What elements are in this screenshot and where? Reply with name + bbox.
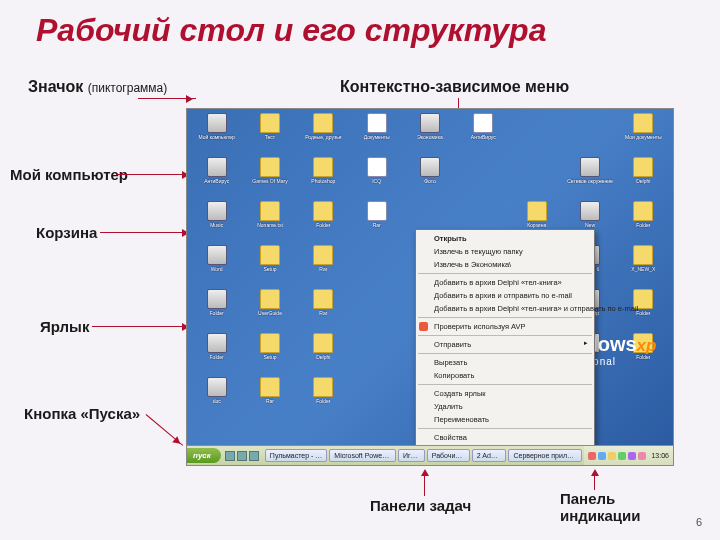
desktop-icon-label: Мой компьютер: [198, 134, 234, 140]
file-icon: [207, 201, 227, 221]
context-menu-item[interactable]: Вырезать: [416, 356, 594, 369]
desktop-icon[interactable]: Folder: [298, 201, 349, 243]
desktop-icon[interactable]: Тест: [244, 113, 295, 155]
desktop-icon-label: New: [585, 222, 595, 228]
context-menu-item[interactable]: Добавить в архив Delphi «тел-книга»: [416, 276, 594, 289]
taskbar-button[interactable]: 2 Adobe…: [472, 449, 507, 462]
taskbar-tasks[interactable]: Пульмастер - Овид…Microsoft Power Point……: [263, 449, 585, 462]
taskbar-button[interactable]: Игры 5: [398, 449, 425, 462]
desktop-icon[interactable]: Rar: [244, 377, 295, 419]
desktop-icon[interactable]: Delphi: [298, 333, 349, 375]
desktop-icon[interactable]: X_NEW_X: [618, 245, 669, 287]
context-menu-item[interactable]: Добавить в архив Delphi «тел-книга» и от…: [416, 302, 594, 315]
context-menu-item[interactable]: Извлечь в Экономика\: [416, 258, 594, 271]
file-icon: [473, 113, 493, 133]
desktop-icon[interactable]: Фото: [404, 157, 455, 199]
desktop-icon[interactable]: Rar: [351, 201, 402, 243]
desktop-icon[interactable]: Setup: [244, 333, 295, 375]
context-menu-item[interactable]: Удалить: [416, 400, 594, 413]
label-my-computer: Мой компьютер: [10, 166, 128, 183]
desktop-icon-label: Экономика: [417, 134, 442, 140]
system-tray[interactable]: 13:06: [584, 446, 673, 465]
file-icon: [313, 289, 333, 309]
desktop-icon[interactable]: Noname.txt: [244, 201, 295, 243]
context-menu-item[interactable]: Извлечь в текущую папку: [416, 245, 594, 258]
menu-separator: [418, 384, 592, 385]
arrow-tray: [594, 472, 595, 490]
label-taskbar: Панели задач: [370, 497, 471, 514]
label-context-menu: Контекстно-зависимое меню: [340, 78, 569, 96]
context-menu-item[interactable]: Копировать: [416, 369, 594, 382]
desktop-icon[interactable]: АнтиВирус: [458, 113, 509, 155]
tray-icon[interactable]: [608, 452, 616, 460]
tray-icon[interactable]: [638, 452, 646, 460]
taskbar-button[interactable]: Microsoft Power Point…: [329, 449, 396, 462]
start-button[interactable]: пуск: [187, 448, 221, 463]
tray-icon[interactable]: [618, 452, 626, 460]
desktop-icon-label: Delphi: [316, 354, 330, 360]
desktop-icon[interactable]: Games Of Mary: [244, 157, 295, 199]
slide-number: 6: [696, 516, 702, 528]
file-icon: [313, 245, 333, 265]
file-icon: [260, 157, 280, 177]
desktop-icon[interactable]: Setup: [244, 245, 295, 287]
desktop-icon[interactable]: Сетевое окружение: [564, 157, 615, 199]
desktop-icon-label: Тест: [265, 134, 275, 140]
context-menu-item[interactable]: Добавить в архив и отправить по e-mail: [416, 289, 594, 302]
label-icon-sub: (пиктограмма): [88, 81, 168, 95]
desktop-icon[interactable]: doc: [191, 377, 242, 419]
desktop-icon-label: UserGuide: [258, 310, 282, 316]
taskbar-button[interactable]: Серверное прилож. - Мо…: [508, 449, 582, 462]
context-menu-item[interactable]: Переименовать: [416, 413, 594, 426]
desktop-icon[interactable]: ICQ: [351, 157, 402, 199]
desktop-icon[interactable]: Music: [191, 201, 242, 243]
desktop-icon[interactable]: Folder: [618, 201, 669, 243]
context-menu-item[interactable]: Создать ярлык: [416, 387, 594, 400]
desktop-icon[interactable]: Родные, друзья: [298, 113, 349, 155]
file-icon: [260, 333, 280, 353]
desktop-icon[interactable]: Мои документы: [618, 113, 669, 155]
tray-icon[interactable]: [628, 452, 636, 460]
menu-separator: [418, 273, 592, 274]
desktop-icon[interactable]: Rar: [298, 245, 349, 287]
context-menu-item[interactable]: Свойства: [416, 431, 594, 444]
desktop-icon-label: АнтиВирус: [471, 134, 496, 140]
desktop-icon[interactable]: Rar: [298, 289, 349, 331]
desktop-icon[interactable]: Delphi: [618, 157, 669, 199]
desktop-screenshot: Мой компьютерТестРодные, друзьяДокументы…: [186, 108, 674, 466]
file-icon: [260, 201, 280, 221]
tray-icon[interactable]: [598, 452, 606, 460]
label-tray-2: индикации: [560, 507, 641, 524]
desktop-icon-label: Word: [211, 266, 223, 272]
desktop-icon[interactable]: АнтиВирус: [191, 157, 242, 199]
context-menu-item[interactable]: Открыть: [416, 232, 594, 245]
label-tray-1: Панель: [560, 490, 615, 507]
desktop-icon-label: Delphi: [636, 178, 650, 184]
desktop-icon[interactable]: Мой компьютер: [191, 113, 242, 155]
desktop-icon[interactable]: Экономика: [404, 113, 455, 155]
desktop-icon[interactable]: Folder: [191, 289, 242, 331]
desktop-icon[interactable]: UserGuide: [244, 289, 295, 331]
winlogo-xp: xp: [637, 336, 657, 355]
file-icon: [580, 201, 600, 221]
label-shortcut: Ярлык: [40, 318, 89, 335]
file-icon: [207, 157, 227, 177]
context-menu[interactable]: ОткрытьИзвлечь в текущую папкуИзвлечь в …: [415, 229, 595, 447]
context-menu-item[interactable]: Отправить: [416, 338, 594, 351]
desktop-icon[interactable]: Folder: [191, 333, 242, 375]
context-menu-item[interactable]: Проверить используя AVP: [416, 320, 594, 333]
desktop-icon-label: АнтиВирус: [204, 178, 229, 184]
desktop-icon[interactable]: Photoshop: [298, 157, 349, 199]
desktop-icon[interactable]: Документы: [351, 113, 402, 155]
tray-icon[interactable]: [588, 452, 596, 460]
desktop-icon[interactable]: Folder: [298, 377, 349, 419]
desktop-icon[interactable]: Word: [191, 245, 242, 287]
menu-separator: [418, 353, 592, 354]
file-icon: [420, 157, 440, 177]
taskbar-button[interactable]: Пульмастер - Овид…: [265, 449, 327, 462]
file-icon: [313, 157, 333, 177]
label-start-button: Кнопка «Пуска»: [24, 405, 140, 422]
taskbar-button[interactable]: Рабочий стол: [427, 449, 470, 462]
arrow-mycomputer: [116, 174, 192, 175]
quick-launch[interactable]: [221, 451, 263, 461]
